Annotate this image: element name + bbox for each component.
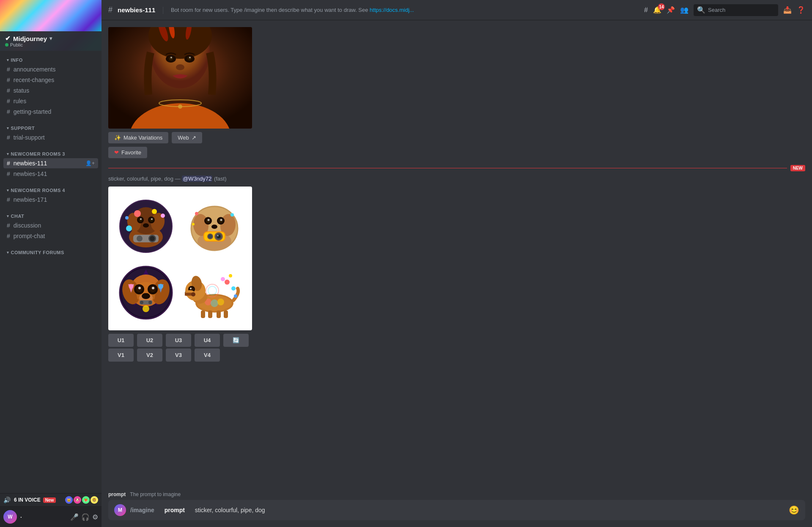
sidebar-item-newbies-111[interactable]: # newbies-111 👤+ — [3, 158, 98, 168]
message-group-sticker: sticker, colourful, pipe, dog — @W3ndy72… — [108, 175, 805, 362]
inbox-icon[interactable]: 📥 — [783, 6, 792, 14]
svg-point-35 — [150, 236, 155, 241]
sidebar-item-rules[interactable]: # rules — [3, 96, 98, 106]
portrait-favorite-buttons: ❤ Favorite — [108, 147, 805, 158]
mute-icon[interactable]: 🎤 — [70, 513, 79, 521]
svg-point-56 — [220, 219, 222, 221]
svg-point-108 — [221, 277, 225, 281]
sidebar-item-discussion[interactable]: # discussion — [3, 220, 98, 231]
refresh-button[interactable]: 🔄 — [223, 334, 249, 347]
section-label-chat[interactable]: ▾ CHAT — [3, 214, 98, 219]
voice-avatar-1: 🐱 — [65, 496, 73, 504]
add-member-icon[interactable]: 👤+ — [85, 160, 95, 166]
svg-point-46 — [208, 234, 212, 239]
user-avatar: W — [3, 510, 17, 524]
search-box[interactable]: 🔍 — [694, 4, 778, 16]
sticker-prompt-text: sticker, colourful, pipe, dog — @W3ndy72… — [108, 175, 805, 183]
members-icon[interactable]: 👥 — [680, 6, 689, 14]
sidebar-item-newbies-171[interactable]: # newbies-171 — [3, 195, 98, 205]
svg-rect-91 — [201, 310, 205, 318]
hash-icon: # — [7, 66, 10, 73]
hash-icon: # — [7, 108, 10, 115]
svg-point-15 — [189, 57, 191, 58]
section-label-info[interactable]: ▾ INFO — [3, 58, 98, 63]
sticker-image-grid — [108, 187, 252, 330]
section-label-newcomer4[interactable]: ▾ NEWCOMER ROOMS 4 — [3, 188, 98, 193]
favorite-button[interactable]: ❤ Favorite — [108, 147, 147, 158]
refresh-icon: 🔄 — [233, 337, 239, 343]
deafen-icon[interactable]: 🎧 — [81, 513, 90, 521]
svg-point-83 — [140, 301, 143, 304]
upscale-buttons-row: U1 U2 U3 U4 🔄 — [108, 334, 805, 347]
section-label-community[interactable]: ▾ COMMUNITY FORUMS — [3, 250, 98, 255]
sticker-cell-2 — [182, 192, 247, 257]
sidebar-scroll: ▾ INFO # announcements # recent-changes … — [0, 51, 102, 493]
upscale-1-button[interactable]: U1 — [108, 334, 134, 347]
imagine-input[interactable] — [195, 507, 785, 513]
section-label-support[interactable]: ▾ SUPPORT — [3, 126, 98, 131]
portrait-action-buttons: ✨ Make Variations Web ↗ — [108, 132, 805, 143]
prompt-hint: prompt The prompt to imagine — [108, 491, 805, 497]
search-input[interactable] — [708, 7, 775, 13]
upscale-3-button[interactable]: U3 — [166, 334, 191, 347]
variation-1-button[interactable]: V1 — [108, 349, 134, 362]
sidebar-section-support: ▾ SUPPORT # trial-support — [0, 119, 102, 145]
svg-point-106 — [231, 286, 236, 291]
web-button[interactable]: Web ↗ — [172, 132, 202, 143]
channel-hash-icon: # — [108, 5, 112, 14]
svg-point-4 — [178, 104, 182, 109]
collapse-arrow-icon: ▾ — [7, 58, 9, 62]
svg-point-84 — [148, 301, 152, 304]
sidebar-item-announcements[interactable]: # announcements — [3, 64, 98, 74]
slash-command-label: /imagine — [130, 507, 154, 513]
hash-icon: # — [7, 77, 10, 83]
upscale-2-button[interactable]: U2 — [137, 334, 162, 347]
sidebar-item-trial-support[interactable]: # trial-support — [3, 132, 98, 143]
voice-new-badge: New — [43, 497, 56, 503]
threads-icon[interactable]: # — [644, 6, 648, 14]
online-dot — [5, 43, 8, 47]
username: · — [20, 514, 67, 520]
voice-icon: 🔊 — [3, 497, 11, 503]
member-count-badge: 14 — [658, 3, 665, 10]
server-title-bar[interactable]: ✔ Midjourney ▾ Public — [0, 31, 102, 51]
channel-header: # newbies-111 | Bot room for new users. … — [102, 0, 812, 20]
help-icon[interactable]: ❓ — [797, 6, 805, 14]
topic-link[interactable]: https://docs.midj... — [370, 7, 414, 13]
server-name: ✔ Midjourney ▾ — [5, 35, 52, 42]
variation-3-button[interactable]: V3 — [166, 349, 191, 362]
svg-point-100 — [190, 288, 192, 289]
svg-point-60 — [192, 223, 195, 225]
prompt-label: prompt — [165, 507, 185, 513]
sidebar-item-prompt-chat[interactable]: # prompt-chat — [3, 231, 98, 241]
upscale-4-button[interactable]: U4 — [195, 334, 220, 347]
voice-avatar-2: 🐶 — [74, 496, 81, 504]
svg-point-24 — [126, 225, 132, 231]
section-label-newcomer3[interactable]: ▾ NEWCOMER ROOMS 3 — [3, 151, 98, 156]
svg-point-22 — [134, 210, 141, 217]
svg-point-30 — [151, 218, 153, 220]
sidebar-item-getting-started[interactable]: # getting-started — [3, 107, 98, 117]
channel-name: newbies-111 — [118, 6, 155, 14]
variation-2-button[interactable]: V2 — [137, 349, 162, 362]
sidebar-item-status[interactable]: # status — [3, 85, 98, 96]
svg-point-78 — [152, 287, 154, 289]
sidebar-section-newcomer3: ▾ NEWCOMER ROOMS 3 # newbies-111 👤+ # ne… — [0, 145, 102, 181]
settings-icon[interactable]: ⚙ — [92, 513, 98, 521]
variation-4-button[interactable]: V4 — [195, 349, 220, 362]
svg-point-107 — [229, 274, 232, 277]
make-variations-button[interactable]: ✨ Make Variations — [108, 132, 168, 143]
hash-icon: # — [7, 98, 10, 104]
pin-icon[interactable]: 📌 — [667, 6, 675, 14]
external-link-icon: ↗ — [192, 134, 196, 141]
input-area: prompt The prompt to imagine M /imagine … — [102, 486, 812, 527]
sticker-cell-1 — [113, 192, 178, 257]
header-actions: # 🔔 14 📌 👥 🔍 📥 ❓ — [644, 4, 805, 16]
sticker-cell-4 — [182, 260, 247, 325]
sidebar-item-newbies-141[interactable]: # newbies-141 — [3, 169, 98, 179]
svg-rect-93 — [217, 310, 221, 318]
verified-icon: ✔ — [5, 35, 11, 42]
svg-point-77 — [138, 287, 141, 289]
emoji-button[interactable]: 😊 — [789, 505, 799, 515]
sidebar-item-recent-changes[interactable]: # recent-changes — [3, 75, 98, 85]
